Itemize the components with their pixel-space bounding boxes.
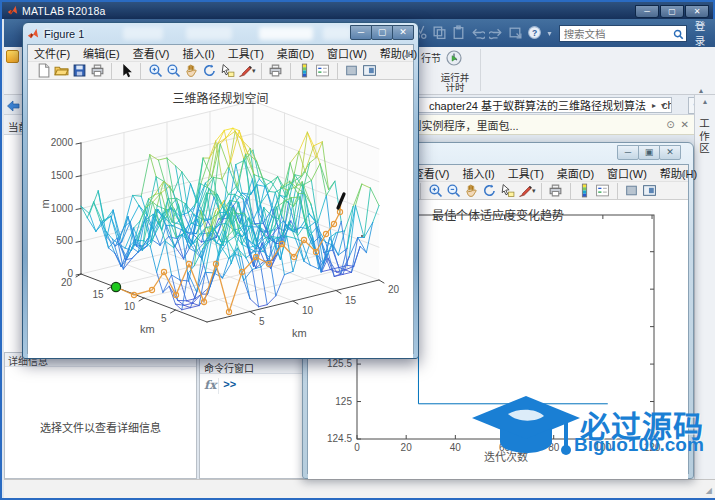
svg-text:10: 10 [124, 301, 136, 312]
menu-item-1[interactable]: 编辑(E) [83, 45, 120, 61]
address-dropdown-icon[interactable]: ▾ [661, 101, 665, 110]
notification-close-icon[interactable]: ✕ [681, 119, 689, 130]
svg-text:5: 5 [259, 316, 265, 327]
link-plots-icon[interactable] [267, 62, 285, 79]
command-window-header[interactable]: 命令行窗口 [200, 359, 303, 374]
breadcrumb-crumb1[interactable]: chapter24 基于蚁群算法的三维路径规划算法 [429, 97, 646, 113]
menu-item-5[interactable]: 桌面(D) [277, 45, 314, 61]
workspace-tab[interactable]: 工作区 [697, 118, 712, 156]
back-arrow-icon[interactable] [6, 98, 20, 116]
print-figure-icon[interactable] [88, 62, 106, 79]
figure1-canvas[interactable]: 三维路径规划空间 050010001500200051015205101520 … [28, 80, 413, 358]
zoom-out-icon[interactable] [444, 182, 462, 199]
figure1-menubar: ◢ 文件(F)编辑(E)查看(V)插入(I)工具(T)桌面(D)窗口(W)帮助(… [28, 45, 413, 61]
new-window-icon[interactable] [508, 25, 525, 41]
main-window-title: MATLAB R2018a [22, 5, 106, 17]
data-cursor-icon[interactable] [498, 182, 516, 199]
maximize-button[interactable]: ▢ [660, 5, 684, 18]
svg-text:2000: 2000 [51, 137, 74, 148]
menu-item-4[interactable]: 工具(T) [508, 165, 544, 181]
minimize-button[interactable]: ─ [350, 25, 372, 40]
figure1-window[interactable]: Figure 1 ─ ▢ ✕ ◢ 文件(F)编辑(E)查看(V)插入(I)工具(… [22, 22, 419, 359]
dock-figure-icon[interactable] [641, 182, 659, 199]
help-dropdown-icon[interactable]: ▾ [548, 29, 552, 38]
zoom-in-icon[interactable] [426, 182, 444, 199]
brush-dropdown-icon[interactable]: ▾ [532, 187, 536, 195]
command-window-body: fx >> [200, 374, 303, 398]
run-time-label-2: 计时 [434, 83, 476, 93]
run-and-time-button[interactable]: 运行并 计时 [434, 48, 476, 92]
panel-collapse-icon[interactable]: ▴ [695, 97, 715, 106]
toolbar-group [293, 62, 335, 79]
toolbar-separator [570, 183, 571, 199]
dock-figure-icon[interactable] [361, 62, 379, 79]
data-cursor-icon[interactable] [218, 62, 236, 79]
toolbar-group [114, 62, 138, 79]
resize-grip-icon[interactable]: ◢ [706, 486, 712, 495]
menu-item-2[interactable]: 查看(V) [133, 45, 170, 61]
pointer-icon[interactable] [117, 62, 135, 79]
save-figure-icon[interactable] [70, 62, 88, 79]
menu-item-6[interactable]: 窗口(W) [327, 45, 367, 61]
svg-text:5: 5 [161, 313, 167, 324]
insert-legend-icon[interactable] [314, 62, 332, 79]
menu-item-5[interactable]: 桌面(D) [557, 165, 594, 181]
copy-icon[interactable] [432, 25, 449, 41]
figure1-xlabel: km [292, 327, 307, 339]
close-button[interactable]: ✕ [685, 5, 709, 18]
open-file-icon[interactable] [52, 62, 70, 79]
insert-legend-icon[interactable] [594, 182, 612, 199]
redo-icon[interactable] [489, 25, 506, 41]
doc-search-input[interactable] [559, 25, 687, 42]
help-icon[interactable]: ? [527, 25, 544, 41]
new-file-icon[interactable] [34, 62, 52, 79]
menu-item-3[interactable]: 插入(I) [462, 165, 494, 181]
figure1-zlabel: m [39, 199, 51, 208]
svg-text:15: 15 [345, 295, 357, 306]
pan-icon[interactable] [182, 62, 200, 79]
svg-text:10: 10 [302, 305, 314, 316]
close-button[interactable]: ✕ [392, 25, 414, 40]
toolbar-separator [541, 183, 542, 199]
menu-item-4[interactable]: 工具(T) [228, 45, 264, 61]
run-and-time-icon [445, 48, 465, 68]
toolbar-group [544, 182, 568, 199]
toolstrip-collapse-icon[interactable]: ▴ [699, 86, 703, 95]
menu-item-6[interactable]: 窗口(W) [607, 165, 647, 181]
undo-icon[interactable] [470, 25, 487, 41]
insert-colorbar-icon[interactable] [576, 182, 594, 199]
notification-icons: ⊙ ✕ [666, 119, 689, 130]
minimize-button[interactable]: ─ [635, 5, 659, 18]
figure1-toolbar: ▾ [28, 61, 413, 80]
command-prompt[interactable]: >> [223, 378, 236, 394]
notification-dropdown-icon[interactable]: ⊙ [666, 119, 674, 130]
figure1-window-title: Figure 1 [44, 28, 84, 40]
sign-in-link[interactable]: 登录 [695, 18, 715, 48]
figure1-titlebar[interactable]: Figure 1 ─ ▢ ✕ [23, 23, 418, 44]
link-plots-icon[interactable] [547, 182, 565, 199]
zoom-in-icon[interactable] [146, 62, 164, 79]
search-icon[interactable] [673, 26, 684, 44]
menu-item-7[interactable]: 帮助(H) [380, 45, 417, 61]
toolbar-separator [420, 183, 421, 199]
brush-dropdown-icon[interactable]: ▾ [252, 67, 256, 75]
hide-plot-tools-icon[interactable] [343, 62, 361, 79]
menu-item-0[interactable]: 文件(F) [34, 45, 70, 61]
new-script-icon[interactable] [6, 50, 19, 63]
maximize-button[interactable]: ▢ [371, 25, 393, 40]
close-button[interactable]: ✕ [659, 145, 681, 160]
toolbar-separator [261, 63, 262, 79]
command-window-panel[interactable]: 命令行窗口 fx >> [199, 358, 304, 479]
paste-icon[interactable] [451, 25, 468, 41]
rotate-3d-icon[interactable] [200, 62, 218, 79]
restore-button[interactable]: ▣ [638, 145, 660, 160]
main-titlebar[interactable]: MATLAB R2018a ─ ▢ ✕ [2, 2, 713, 19]
zoom-out-icon[interactable] [164, 62, 182, 79]
pan-icon[interactable] [462, 182, 480, 199]
insert-colorbar-icon[interactable] [296, 62, 314, 79]
minimize-button[interactable]: ─ [617, 145, 639, 160]
menu-item-3[interactable]: 插入(I) [182, 45, 214, 61]
desktop-root: MATLAB R2018a ─ ▢ ✕ ? ▾ 登录 行节 运行并 计时 [0, 0, 715, 500]
hide-plot-tools-icon[interactable] [623, 182, 641, 199]
rotate-3d-icon[interactable] [480, 182, 498, 199]
